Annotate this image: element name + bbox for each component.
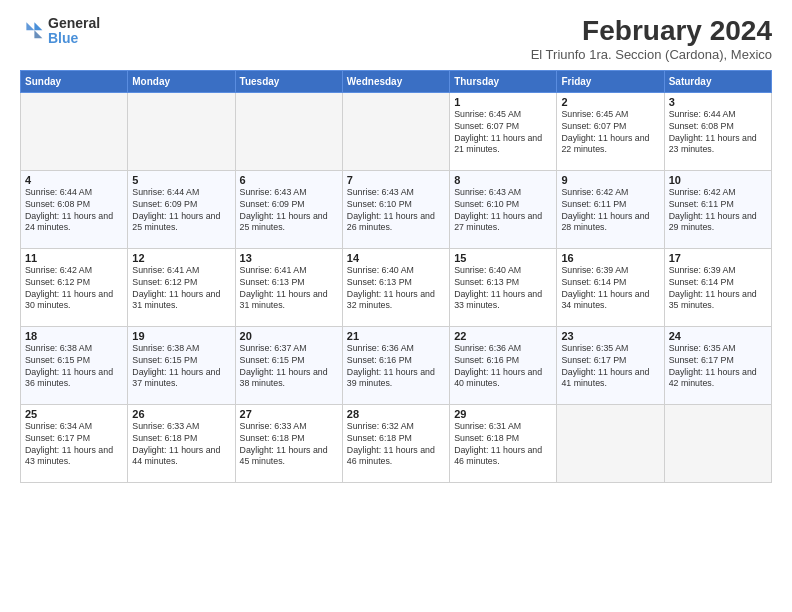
calendar-cell: 2Sunrise: 6:45 AM Sunset: 6:07 PM Daylig… <box>557 92 664 170</box>
calendar-subtitle: El Triunfo 1ra. Seccion (Cardona), Mexic… <box>531 47 772 62</box>
day-info: Sunrise: 6:34 AM Sunset: 6:17 PM Dayligh… <box>25 421 123 469</box>
logo-line1: General <box>48 16 100 31</box>
svg-marker-0 <box>34 23 42 31</box>
page: General Blue February 2024 El Triunfo 1r… <box>0 0 792 612</box>
day-number: 8 <box>454 174 552 186</box>
calendar-cell: 4Sunrise: 6:44 AM Sunset: 6:08 PM Daylig… <box>21 170 128 248</box>
day-number: 9 <box>561 174 659 186</box>
header-tuesday: Tuesday <box>235 70 342 92</box>
day-info: Sunrise: 6:31 AM Sunset: 6:18 PM Dayligh… <box>454 421 552 469</box>
calendar-cell: 7Sunrise: 6:43 AM Sunset: 6:10 PM Daylig… <box>342 170 449 248</box>
day-info: Sunrise: 6:42 AM Sunset: 6:12 PM Dayligh… <box>25 265 123 313</box>
day-info: Sunrise: 6:32 AM Sunset: 6:18 PM Dayligh… <box>347 421 445 469</box>
calendar-cell: 25Sunrise: 6:34 AM Sunset: 6:17 PM Dayli… <box>21 404 128 482</box>
header-monday: Monday <box>128 70 235 92</box>
calendar-cell: 12Sunrise: 6:41 AM Sunset: 6:12 PM Dayli… <box>128 248 235 326</box>
day-info: Sunrise: 6:38 AM Sunset: 6:15 PM Dayligh… <box>132 343 230 391</box>
calendar-cell <box>342 92 449 170</box>
calendar-cell: 16Sunrise: 6:39 AM Sunset: 6:14 PM Dayli… <box>557 248 664 326</box>
day-number: 17 <box>669 252 767 264</box>
day-number: 19 <box>132 330 230 342</box>
header-wednesday: Wednesday <box>342 70 449 92</box>
week-row-4: 18Sunrise: 6:38 AM Sunset: 6:15 PM Dayli… <box>21 326 772 404</box>
day-info: Sunrise: 6:40 AM Sunset: 6:13 PM Dayligh… <box>347 265 445 313</box>
day-number: 12 <box>132 252 230 264</box>
day-number: 10 <box>669 174 767 186</box>
day-info: Sunrise: 6:43 AM Sunset: 6:10 PM Dayligh… <box>454 187 552 235</box>
day-number: 4 <box>25 174 123 186</box>
calendar-cell: 18Sunrise: 6:38 AM Sunset: 6:15 PM Dayli… <box>21 326 128 404</box>
day-number: 11 <box>25 252 123 264</box>
day-number: 16 <box>561 252 659 264</box>
calendar-title: February 2024 <box>531 16 772 47</box>
day-info: Sunrise: 6:42 AM Sunset: 6:11 PM Dayligh… <box>669 187 767 235</box>
day-number: 28 <box>347 408 445 420</box>
calendar-cell: 19Sunrise: 6:38 AM Sunset: 6:15 PM Dayli… <box>128 326 235 404</box>
day-number: 7 <box>347 174 445 186</box>
day-number: 21 <box>347 330 445 342</box>
day-number: 5 <box>132 174 230 186</box>
calendar-cell: 20Sunrise: 6:37 AM Sunset: 6:15 PM Dayli… <box>235 326 342 404</box>
day-info: Sunrise: 6:33 AM Sunset: 6:18 PM Dayligh… <box>240 421 338 469</box>
day-info: Sunrise: 6:38 AM Sunset: 6:15 PM Dayligh… <box>25 343 123 391</box>
day-number: 14 <box>347 252 445 264</box>
day-info: Sunrise: 6:33 AM Sunset: 6:18 PM Dayligh… <box>132 421 230 469</box>
calendar-cell: 28Sunrise: 6:32 AM Sunset: 6:18 PM Dayli… <box>342 404 449 482</box>
calendar-cell: 23Sunrise: 6:35 AM Sunset: 6:17 PM Dayli… <box>557 326 664 404</box>
calendar-cell: 8Sunrise: 6:43 AM Sunset: 6:10 PM Daylig… <box>450 170 557 248</box>
calendar-cell: 11Sunrise: 6:42 AM Sunset: 6:12 PM Dayli… <box>21 248 128 326</box>
calendar-cell <box>128 92 235 170</box>
calendar-cell <box>557 404 664 482</box>
logo-text: General Blue <box>48 16 100 47</box>
day-info: Sunrise: 6:41 AM Sunset: 6:12 PM Dayligh… <box>132 265 230 313</box>
calendar-cell: 22Sunrise: 6:36 AM Sunset: 6:16 PM Dayli… <box>450 326 557 404</box>
calendar-cell: 5Sunrise: 6:44 AM Sunset: 6:09 PM Daylig… <box>128 170 235 248</box>
day-number: 27 <box>240 408 338 420</box>
day-info: Sunrise: 6:44 AM Sunset: 6:09 PM Dayligh… <box>132 187 230 235</box>
calendar-cell: 14Sunrise: 6:40 AM Sunset: 6:13 PM Dayli… <box>342 248 449 326</box>
calendar-cell <box>235 92 342 170</box>
day-info: Sunrise: 6:45 AM Sunset: 6:07 PM Dayligh… <box>561 109 659 157</box>
day-number: 18 <box>25 330 123 342</box>
calendar-cell <box>21 92 128 170</box>
calendar-cell: 13Sunrise: 6:41 AM Sunset: 6:13 PM Dayli… <box>235 248 342 326</box>
calendar-cell: 24Sunrise: 6:35 AM Sunset: 6:17 PM Dayli… <box>664 326 771 404</box>
day-number: 24 <box>669 330 767 342</box>
day-info: Sunrise: 6:44 AM Sunset: 6:08 PM Dayligh… <box>25 187 123 235</box>
header-friday: Friday <box>557 70 664 92</box>
svg-marker-1 <box>34 31 42 39</box>
day-number: 13 <box>240 252 338 264</box>
calendar-cell: 6Sunrise: 6:43 AM Sunset: 6:09 PM Daylig… <box>235 170 342 248</box>
calendar-cell: 27Sunrise: 6:33 AM Sunset: 6:18 PM Dayli… <box>235 404 342 482</box>
calendar-cell: 10Sunrise: 6:42 AM Sunset: 6:11 PM Dayli… <box>664 170 771 248</box>
week-row-3: 11Sunrise: 6:42 AM Sunset: 6:12 PM Dayli… <box>21 248 772 326</box>
day-info: Sunrise: 6:36 AM Sunset: 6:16 PM Dayligh… <box>347 343 445 391</box>
day-info: Sunrise: 6:45 AM Sunset: 6:07 PM Dayligh… <box>454 109 552 157</box>
day-info: Sunrise: 6:35 AM Sunset: 6:17 PM Dayligh… <box>561 343 659 391</box>
header-saturday: Saturday <box>664 70 771 92</box>
day-info: Sunrise: 6:44 AM Sunset: 6:08 PM Dayligh… <box>669 109 767 157</box>
calendar-cell: 26Sunrise: 6:33 AM Sunset: 6:18 PM Dayli… <box>128 404 235 482</box>
calendar-cell: 3Sunrise: 6:44 AM Sunset: 6:08 PM Daylig… <box>664 92 771 170</box>
day-number: 3 <box>669 96 767 108</box>
day-info: Sunrise: 6:39 AM Sunset: 6:14 PM Dayligh… <box>669 265 767 313</box>
logo-icon <box>20 19 44 43</box>
title-section: February 2024 El Triunfo 1ra. Seccion (C… <box>531 16 772 62</box>
header-thursday: Thursday <box>450 70 557 92</box>
day-info: Sunrise: 6:43 AM Sunset: 6:10 PM Dayligh… <box>347 187 445 235</box>
calendar-cell: 21Sunrise: 6:36 AM Sunset: 6:16 PM Dayli… <box>342 326 449 404</box>
logo-line2: Blue <box>48 31 100 46</box>
calendar-cell: 29Sunrise: 6:31 AM Sunset: 6:18 PM Dayli… <box>450 404 557 482</box>
week-row-2: 4Sunrise: 6:44 AM Sunset: 6:08 PM Daylig… <box>21 170 772 248</box>
day-info: Sunrise: 6:41 AM Sunset: 6:13 PM Dayligh… <box>240 265 338 313</box>
day-number: 23 <box>561 330 659 342</box>
week-row-5: 25Sunrise: 6:34 AM Sunset: 6:17 PM Dayli… <box>21 404 772 482</box>
calendar-cell: 15Sunrise: 6:40 AM Sunset: 6:13 PM Dayli… <box>450 248 557 326</box>
day-info: Sunrise: 6:36 AM Sunset: 6:16 PM Dayligh… <box>454 343 552 391</box>
day-number: 29 <box>454 408 552 420</box>
svg-marker-2 <box>26 23 34 31</box>
logo: General Blue <box>20 16 100 47</box>
day-number: 15 <box>454 252 552 264</box>
day-number: 20 <box>240 330 338 342</box>
day-number: 1 <box>454 96 552 108</box>
